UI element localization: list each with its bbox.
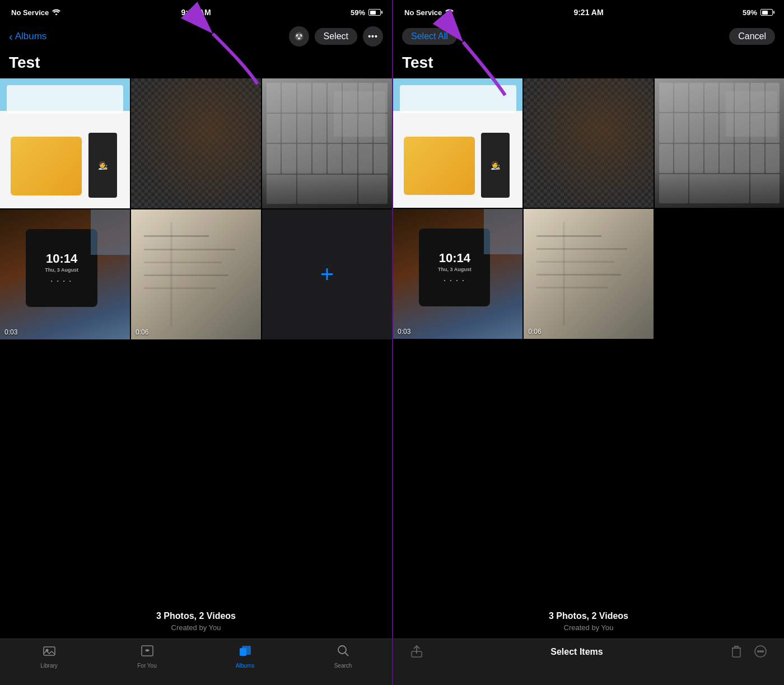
no-service-label: No Service (11, 8, 49, 17)
phone-date: Thu, 3 August (45, 267, 78, 273)
r-album-created: Created by You (564, 623, 614, 632)
battery-icon (368, 9, 381, 16)
video-duration-1: 0:03 (4, 328, 17, 336)
right-nav-bar: Select All Cancel (393, 22, 784, 52)
album-count: 3 Photos, 2 Videos (156, 611, 236, 621)
more-options-button[interactable]: ••• (363, 26, 383, 46)
wifi-icon (52, 8, 60, 17)
r-photo-cell-2[interactable] (524, 78, 653, 208)
back-label: Albums (15, 31, 47, 42)
r-video-duration-2: 0:06 (528, 328, 541, 335)
cancel-button[interactable]: Cancel (729, 28, 775, 45)
video-duration-2: 0:06 (136, 328, 148, 336)
r-photo-cell-4[interactable]: 10:14 Thu, 3 August • • • • 0:03 (393, 209, 522, 338)
r-video-duration-1: 0:03 (398, 328, 410, 335)
tab-for-you-label: For You (137, 663, 156, 669)
left-album-info: 3 Photos, 2 Videos Created by You (0, 339, 392, 639)
for-you-icon (141, 645, 154, 660)
right-status-time: 9:21 AM (573, 8, 603, 17)
left-status-left: No Service (11, 8, 60, 17)
delete-toolbar-button[interactable] (730, 645, 743, 658)
left-album-title: Test (0, 52, 392, 78)
search-icon (337, 645, 349, 660)
right-status-right: 59% (743, 8, 773, 17)
select-button[interactable]: Select (315, 28, 357, 45)
right-panel: No Service 9:21 AM 59% Select All Cancel… (392, 0, 784, 685)
photo-cell-4[interactable]: 10:14 Thu, 3 August • • • • 0:03 (0, 209, 130, 339)
svg-point-9 (338, 646, 346, 654)
r-photo-cell-1[interactable]: 🧑‍🎨 (393, 78, 522, 208)
select-all-button[interactable]: Select All (402, 28, 457, 45)
battery-percent: 59% (351, 8, 365, 17)
add-photo-cell[interactable]: + (262, 209, 392, 339)
right-status-left: No Service (404, 8, 454, 17)
tab-library-label: Library (40, 663, 58, 669)
select-items-label: Select Items (550, 645, 603, 657)
phone-dots: • • • • (51, 278, 73, 283)
right-battery-icon (760, 9, 773, 16)
right-album-title: Test (393, 52, 784, 78)
back-chevron-icon: ‹ (9, 30, 13, 43)
tab-for-you[interactable]: For You (128, 645, 167, 669)
photo-cell-2[interactable] (131, 78, 261, 208)
r-phone-date: Thu, 3 August (438, 267, 472, 272)
photo-cell-3[interactable] (262, 78, 392, 208)
svg-point-15 (760, 651, 761, 652)
sharing-icon-button[interactable] (289, 26, 309, 46)
svg-rect-8 (242, 646, 251, 655)
right-status-bar: No Service 9:21 AM 59% (393, 0, 784, 22)
album-created: Created by You (171, 623, 221, 632)
r-photo-cell-5[interactable]: 0:06 (524, 209, 653, 338)
tab-albums-label: Albums (236, 663, 254, 669)
photo-cell-5[interactable]: 0:06 (131, 209, 261, 339)
right-wifi-icon (445, 8, 454, 17)
tab-search-label: Search (334, 663, 352, 669)
r-photo-cell-3[interactable] (655, 78, 784, 208)
photo-cell-1[interactable]: 🧑‍🎨 (0, 78, 130, 208)
right-bottom-toolbar: Select Items (393, 639, 784, 685)
left-nav-bar: ‹ Albums Select ••• (0, 22, 392, 52)
albums-back-button[interactable]: ‹ Albums (9, 30, 46, 43)
right-photo-grid: 🧑‍🎨 (393, 78, 784, 339)
library-icon (43, 645, 56, 660)
svg-point-16 (762, 651, 763, 652)
more-icon: ••• (368, 32, 378, 41)
left-photo-grid: 🧑‍🎨 (0, 78, 392, 339)
svg-point-14 (758, 651, 759, 652)
add-icon: + (320, 263, 334, 286)
r-phone-dots: • • • • (444, 278, 465, 283)
right-no-service-label: No Service (404, 8, 442, 17)
svg-rect-12 (732, 648, 740, 657)
left-tab-bar: Library For You Albums (0, 639, 392, 685)
albums-icon (239, 645, 252, 660)
tab-library[interactable]: Library (30, 645, 69, 669)
r-album-count: 3 Photos, 2 Videos (549, 611, 628, 621)
phone-time: 10:14 (46, 253, 77, 265)
tab-albums[interactable]: Albums (226, 645, 265, 669)
left-status-right: 59% (351, 8, 381, 17)
right-album-info: 3 Photos, 2 Videos Created by You (393, 339, 784, 639)
tab-search[interactable]: Search (324, 645, 363, 669)
left-panel: No Service 9:21 AM 59% ‹ Albums (0, 0, 392, 685)
left-status-bar: No Service 9:21 AM 59% (0, 0, 392, 22)
right-battery-percent: 59% (743, 8, 757, 17)
share-toolbar-button[interactable] (410, 645, 423, 658)
r-phone-time: 10:14 (439, 252, 470, 264)
left-nav-actions: Select ••• (289, 26, 383, 46)
more-toolbar-button[interactable] (754, 645, 767, 658)
left-status-time: 9:21 AM (181, 8, 211, 17)
